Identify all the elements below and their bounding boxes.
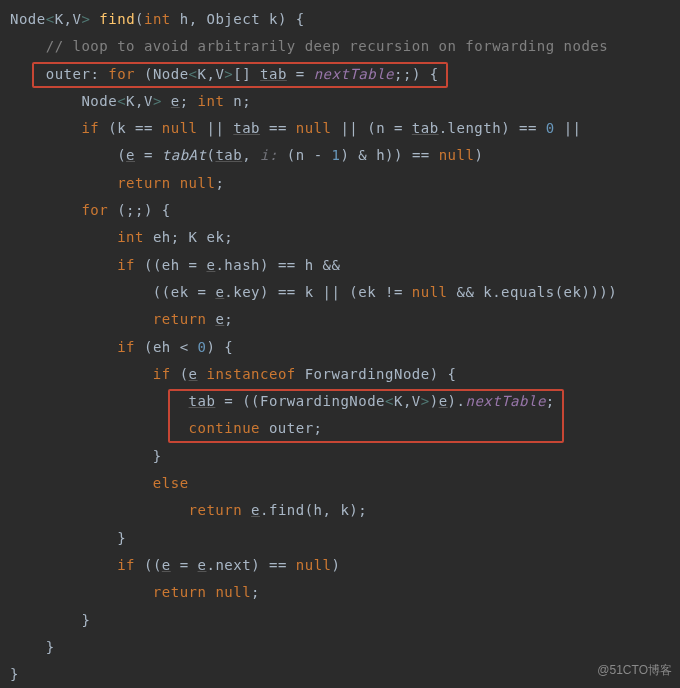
code-line: return null;: [10, 584, 260, 600]
code-token: null: [439, 147, 475, 163]
code-token: V: [144, 93, 153, 109]
code-token: .length) ==: [439, 120, 546, 136]
code-token: [10, 175, 117, 191]
code-token: ,: [242, 147, 260, 163]
code-line: Node<K,V> e; int n;: [10, 93, 251, 109]
code-token: [10, 38, 46, 54]
code-token: [10, 502, 189, 518]
code-line: }: [10, 666, 19, 682]
code-token: tab: [189, 393, 216, 409]
code-line: if (e instanceof ForwardingNode) {: [10, 366, 456, 382]
code-token: e: [126, 147, 135, 163]
code-token: null: [215, 584, 251, 600]
code-line: // loop to avoid arbitrarily deep recurs…: [10, 38, 608, 54]
code-token: find: [99, 11, 135, 27]
code-token: <: [189, 66, 198, 82]
code-token: ;: [224, 311, 233, 327]
code-token: <: [46, 11, 55, 27]
code-token: e: [215, 311, 224, 327]
code-token: K: [189, 229, 207, 245]
code-token: ).: [448, 393, 466, 409]
code-token: .key) == k || (ek !=: [224, 284, 412, 300]
code-token: k: [269, 11, 278, 27]
code-token: =: [135, 147, 162, 163]
code-line: if ((eh = e.hash) == h &&: [10, 257, 340, 273]
code-token: [10, 420, 189, 436]
code-token: [10, 202, 81, 218]
code-token: if: [117, 257, 144, 273]
code-token: .find(h, k);: [260, 502, 367, 518]
code-token: }: [10, 666, 19, 682]
code-line: return e;: [10, 311, 233, 327]
code-token: (: [144, 66, 153, 82]
code-token: ) {: [278, 11, 305, 27]
code-token: >: [224, 66, 233, 82]
code-token: e: [171, 93, 180, 109]
code-token: ;: [180, 93, 198, 109]
code-line: }: [10, 612, 90, 628]
code-token: 0: [546, 120, 555, 136]
code-token: tab: [260, 66, 287, 82]
code-token: nextTable: [465, 393, 545, 409]
code-token: >: [421, 393, 430, 409]
code-line: ((ek = e.key) == k || (ek != null && k.e…: [10, 284, 617, 300]
code-token: e: [251, 502, 260, 518]
code-token: ,: [135, 93, 144, 109]
code-token: V: [412, 393, 421, 409]
code-token: [10, 257, 117, 273]
code-token: int: [198, 93, 234, 109]
code-token: ) & h)) ==: [340, 147, 438, 163]
code-token: e: [439, 393, 448, 409]
code-token: (;;) {: [117, 202, 171, 218]
code-token: .hash) == h &&: [215, 257, 340, 273]
code-token: [10, 93, 81, 109]
code-token: null: [180, 175, 216, 191]
code-line: return e.find(h, k);: [10, 502, 367, 518]
code-token: (eh <: [144, 339, 198, 355]
code-token: [90, 11, 99, 27]
code-token: nextTable: [314, 66, 394, 82]
code-token: [10, 584, 153, 600]
code-token: (k ==: [108, 120, 162, 136]
code-token: }: [10, 448, 162, 464]
code-token: outer: [46, 66, 91, 82]
code-token: K: [55, 11, 64, 27]
code-line: continue outer;: [10, 420, 323, 436]
code-token: Object: [207, 11, 270, 27]
code-token: (n -: [287, 147, 332, 163]
code-token: [10, 557, 117, 573]
code-token: ;;: [394, 66, 412, 82]
code-token: ,: [189, 11, 207, 27]
code-token: ,: [64, 11, 73, 27]
code-line: if (eh < 0) {: [10, 339, 233, 355]
code-token: []: [233, 66, 260, 82]
code-token: e: [215, 284, 224, 300]
code-token: Node: [81, 93, 117, 109]
code-line: Node<K,V> find(int h, Object k) {: [10, 11, 305, 27]
code-token: <: [385, 393, 394, 409]
code-token: if: [153, 366, 180, 382]
code-token: tab: [412, 120, 439, 136]
code-token: K: [126, 93, 135, 109]
code-token: [162, 93, 171, 109]
code-token: ((ek =: [10, 284, 215, 300]
code-token: <: [117, 93, 126, 109]
code-token: =: [171, 557, 198, 573]
code-token: :: [90, 66, 108, 82]
code-token: (: [180, 366, 189, 382]
code-token: else: [153, 475, 189, 491]
code-token: eh;: [153, 229, 189, 245]
code-token: Node: [10, 11, 46, 27]
code-token: [10, 339, 117, 355]
code-block: Node<K,V> find(int h, Object k) { // loo…: [0, 0, 680, 688]
code-token: [10, 66, 46, 82]
code-token: outer;: [269, 420, 323, 436]
code-token: int: [144, 11, 180, 27]
code-token: for: [81, 202, 117, 218]
code-token: return: [153, 311, 216, 327]
code-token: e: [189, 366, 198, 382]
code-token: h: [180, 11, 189, 27]
code-token: }: [10, 612, 90, 628]
code-token: null: [296, 120, 332, 136]
code-token: (: [10, 147, 126, 163]
